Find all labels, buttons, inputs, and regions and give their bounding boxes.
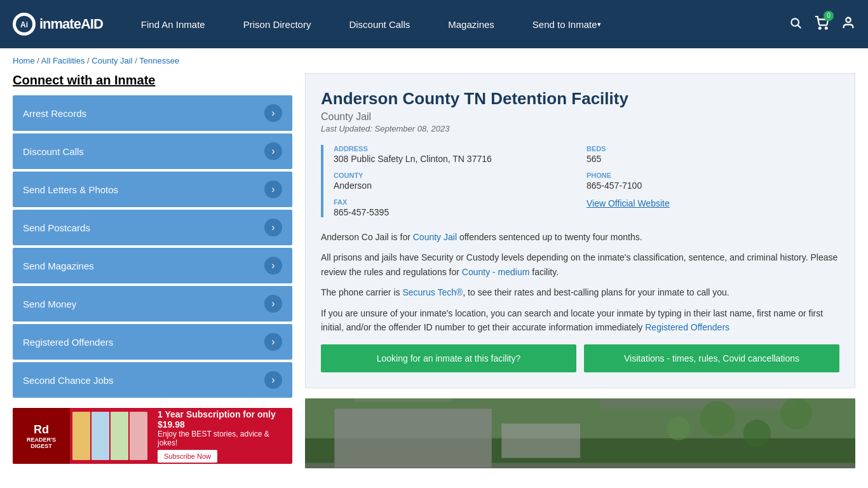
breadcrumb: Home / All Facilities / County Jail / Te… [0,48,868,73]
facility-desc-2: All prisons and jails have Security or C… [321,250,839,279]
registered-offenders-link[interactable]: Registered Offenders [645,322,729,332]
facility-type: County Jail [321,111,839,123]
sidebar-title: Connect with an Inmate [13,73,292,88]
main-layout: Connect with an Inmate Arrest Records › … [0,73,868,481]
ad-text: 1 Year Subscription for only $19.98 Enjo… [150,408,292,464]
county-jail-link[interactable]: County Jail [413,232,457,242]
sidebar-item-registered-offenders[interactable]: Registered Offenders › [13,324,292,360]
facility-desc-3: The phone carrier is Securus Tech®, to s… [321,285,839,299]
nav-magazines[interactable]: Magazines [429,0,513,48]
main-nav: Find An Inmate Prison Directory Discount… [122,0,789,48]
ad-banner: Rd READER'SDIGEST 1 Year Subscription fo… [13,408,292,464]
arrow-icon: › [264,333,282,351]
nav-discount-calls[interactable]: Discount Calls [330,0,429,48]
svg-text:Ai: Ai [20,20,28,29]
fax-value: 865-457-5395 [334,207,587,217]
phone-label: PHONE [587,172,839,179]
nav-send-to-inmate[interactable]: Send to Inmate [513,0,620,48]
county-value: Anderson [334,180,587,191]
sidebar-item-send-magazines[interactable]: Send Magazines › [13,248,292,283]
svg-point-16 [667,417,690,440]
breadcrumb-all-facilities[interactable]: All Facilities [41,56,85,65]
arrow-icon: › [264,295,282,313]
logo-icon: Ai [13,13,36,36]
cart-badge: 0 [824,11,834,21]
arrow-icon: › [264,180,282,198]
address-label: ADDRESS [334,145,587,152]
phone-block: PHONE 865-457-7100 [587,172,839,191]
breadcrumb-home[interactable]: Home [13,56,35,65]
beds-label: BEDS [587,145,839,152]
facility-desc-4: If you are unsure of your inmate's locat… [321,306,839,335]
facility-card: Anderson County TN Detention Facility Co… [305,73,855,388]
breadcrumb-county-jail[interactable]: County Jail [92,56,132,65]
action-buttons: Looking for an inmate at this facility? … [321,344,839,372]
user-icon[interactable] [841,16,855,33]
phone-value: 865-457-7100 [587,180,839,191]
svg-point-5 [825,27,827,29]
header-icons: 0 [789,16,855,33]
sidebar: Connect with an Inmate Arrest Records › … [13,73,292,468]
sidebar-item-send-postcards[interactable]: Send Postcards › [13,210,292,245]
svg-line-3 [798,25,801,28]
website-block: View Official Website [587,198,839,217]
beds-block: BEDS 565 [587,145,839,164]
sidebar-item-arrest-records[interactable]: Arrest Records › [13,95,292,131]
svg-rect-10 [501,424,580,458]
svg-point-6 [846,17,850,22]
svg-point-4 [819,27,821,29]
breadcrumb-tennessee[interactable]: Tennessee [139,56,179,65]
securus-link[interactable]: Securus Tech® [402,287,463,297]
address-value: 308 Public Safety Ln, Clinton, TN 37716 [334,154,587,164]
sidebar-item-send-letters[interactable]: Send Letters & Photos › [13,172,292,207]
facility-info-grid: ADDRESS 308 Public Safety Ln, Clinton, T… [321,145,839,217]
facility-photo [305,398,855,468]
logo-text: inmateAID [39,16,103,32]
facility-content: Anderson County TN Detention Facility Co… [305,73,855,468]
svg-point-14 [700,401,736,437]
facility-updated: Last Updated: September 08, 2023 [321,124,839,133]
arrow-icon: › [264,104,282,122]
facility-desc-1: Anderson Co Jail is for County Jail offe… [321,230,839,244]
svg-rect-9 [334,409,491,468]
sidebar-item-send-money[interactable]: Send Money › [13,286,292,322]
beds-value: 565 [587,154,839,164]
arrow-icon: › [264,219,282,236]
county-label: COUNTY [334,172,587,179]
sidebar-item-second-chance-jobs[interactable]: Second Chance Jobs › [13,362,292,398]
visitation-button[interactable]: Visitations - times, rules, Covid cancel… [584,344,839,372]
search-icon[interactable] [789,17,802,32]
fax-block: FAX 865-457-5395 [334,198,587,217]
ad-subscribe-button[interactable]: Subscribe Now [158,450,217,463]
svg-rect-13 [354,398,452,402]
county-block: COUNTY Anderson [334,172,587,191]
county-medium-link[interactable]: County - medium [462,267,530,277]
svg-rect-11 [305,463,855,469]
cart-icon[interactable]: 0 [815,16,829,33]
svg-point-17 [780,398,811,430]
header: Ai inmateAID Find An Inmate Prison Direc… [0,0,868,48]
arrow-icon: › [264,257,282,274]
svg-point-15 [743,420,771,447]
sidebar-item-discount-calls[interactable]: Discount Calls › [13,133,292,169]
ad-logo: Rd READER'SDIGEST [13,408,70,464]
arrow-icon: › [264,142,282,160]
facility-name: Anderson County TN Detention Facility [321,89,839,109]
find-inmate-button[interactable]: Looking for an inmate at this facility? [321,344,576,372]
nav-prison-directory[interactable]: Prison Directory [224,0,330,48]
address-block: ADDRESS 308 Public Safety Ln, Clinton, T… [334,145,587,164]
website-link[interactable]: View Official Website [587,198,670,208]
sidebar-menu: Arrest Records › Discount Calls › Send L… [13,95,292,398]
svg-rect-12 [600,399,796,409]
logo[interactable]: Ai inmateAID [13,13,103,36]
nav-find-inmate[interactable]: Find An Inmate [122,0,224,48]
fax-label: FAX [334,198,587,206]
svg-point-2 [791,18,799,26]
arrow-icon: › [264,371,282,389]
